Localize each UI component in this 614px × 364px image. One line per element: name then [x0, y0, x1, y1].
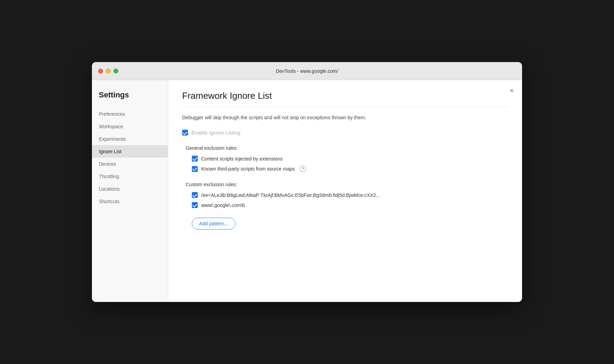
add-pattern-button[interactable]: Add pattern... [192, 218, 236, 229]
third-party-scripts-label: Known third-party scripts from source ma… [201, 166, 295, 172]
help-icon[interactable]: ? [300, 166, 306, 172]
custom-rule-2-checkbox[interactable] [192, 202, 198, 208]
sidebar-item-shortcuts[interactable]: Shortcuts [92, 195, 168, 208]
custom-rule-1-label: /ee=ALeJib:B8gLwd;AfeaP:TkrAjf;BMxAGc:E5… [201, 192, 380, 198]
traffic-lights [98, 69, 118, 73]
custom-exclusion-label: Custom exclusion rules: [182, 182, 508, 187]
sidebar-item-experiments[interactable]: Experiments [92, 133, 168, 145]
content-scripts-checkbox[interactable] [192, 156, 198, 162]
table-row: /ee=ALeJib:B8gLwd;AfeaP:TkrAjf;BMxAGc:E5… [182, 192, 508, 198]
enable-ignore-listing-checkbox[interactable] [182, 130, 188, 136]
sidebar-item-devices[interactable]: Devices [92, 158, 168, 170]
sidebar-item-workspace[interactable]: Workspace [92, 120, 168, 133]
window-title: DevTools - www.google.com/ [276, 68, 338, 74]
divider [182, 107, 508, 107]
titlebar: DevTools - www.google.com/ [92, 62, 522, 80]
sidebar-item-locations[interactable]: Locations [92, 183, 168, 195]
sidebar: Settings Preferences Workspace Experimen… [92, 80, 168, 302]
devtools-window: DevTools - www.google.com/ Settings Pref… [92, 62, 522, 302]
enable-ignore-listing-row: Enable Ignore Listing [182, 130, 508, 136]
custom-rule-1-checkbox[interactable] [192, 192, 198, 198]
minimize-traffic-light[interactable] [106, 69, 111, 73]
content-scripts-label: Content scripts injected by extensions [201, 156, 283, 162]
third-party-scripts-checkbox[interactable] [192, 166, 198, 172]
page-description: Debugger will skip through the scripts a… [182, 114, 508, 121]
general-exclusion-label: General exclusion rules: [182, 145, 508, 151]
main-panel: × Framework Ignore List Debugger will sk… [168, 80, 522, 302]
content-area: Settings Preferences Workspace Experimen… [92, 80, 522, 302]
sidebar-heading: Settings [92, 90, 168, 108]
sidebar-item-ignore-list[interactable]: Ignore List [92, 145, 168, 158]
general-exclusion-section: General exclusion rules: Content scripts… [182, 145, 508, 172]
table-row: www\.google\.com\b [182, 202, 508, 208]
custom-rule-2-label: www\.google\.com\b [201, 202, 245, 208]
table-row: Content scripts injected by extensions [182, 156, 508, 162]
close-button[interactable]: × [510, 87, 514, 94]
sidebar-item-throttling[interactable]: Throttling [92, 170, 168, 183]
table-row: Known third-party scripts from source ma… [182, 166, 508, 172]
sidebar-item-preferences[interactable]: Preferences [92, 108, 168, 120]
custom-exclusion-section: Custom exclusion rules: /ee=ALeJib:B8gLw… [182, 182, 508, 208]
close-traffic-light[interactable] [98, 69, 103, 73]
enable-ignore-listing-label: Enable Ignore Listing [191, 130, 240, 136]
page-title: Framework Ignore List [182, 90, 508, 101]
maximize-traffic-light[interactable] [113, 69, 118, 73]
